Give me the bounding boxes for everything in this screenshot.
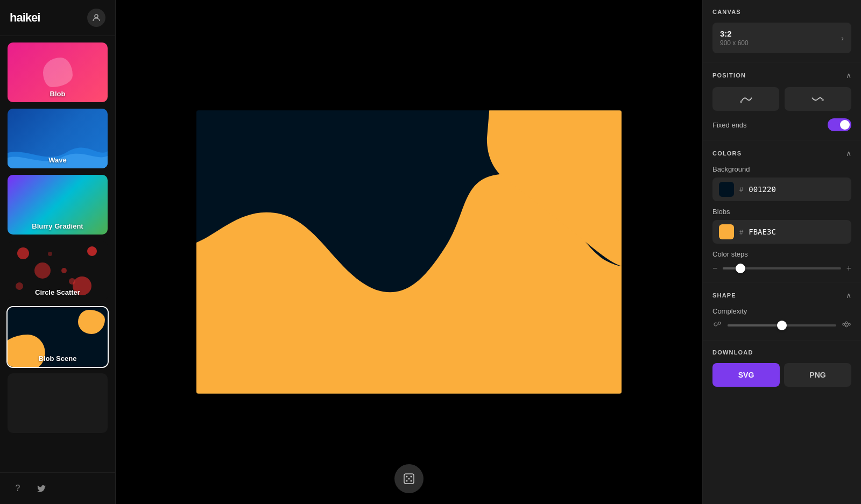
blobs-hash-symbol: # — [739, 228, 743, 236]
svg-point-5 — [406, 480, 408, 482]
sidebar-item-blurry-gradient[interactable]: Blurry Gradient — [6, 174, 109, 236]
shape-section: SHAPE ∧ Complexity — [703, 282, 861, 340]
slider-plus-icon[interactable]: + — [846, 264, 851, 273]
sidebar-item-blob[interactable]: Blob — [6, 41, 109, 103]
svg-point-9 — [822, 99, 824, 101]
card-last-preview — [8, 373, 108, 433]
canvas-ratio-selector[interactable]: 3:2 900 x 600 › — [712, 23, 851, 53]
position-chevron-icon: ∧ — [846, 71, 851, 80]
canvas-preview — [196, 110, 622, 394]
colors-chevron-icon: ∧ — [846, 149, 851, 158]
shape-section-header: SHAPE ∧ — [712, 291, 851, 300]
blobs-color-label: Blobs — [712, 208, 851, 216]
bg-hash-symbol: # — [739, 186, 743, 194]
background-color-swatch[interactable] — [719, 182, 734, 197]
card-label-blurry: Blurry Gradient — [8, 218, 108, 235]
blob-preview — [43, 58, 73, 87]
svg-point-6 — [411, 480, 412, 482]
svg-point-13 — [845, 322, 848, 324]
sidebar-items-list: Blob Wave Blurry Gradient — [0, 36, 115, 472]
toggle-knob — [840, 120, 850, 130]
shape-title: SHAPE — [712, 292, 736, 299]
color-steps-slider-row: − + — [712, 264, 851, 273]
color-steps-thumb[interactable] — [736, 264, 745, 273]
background-color-input[interactable] — [749, 185, 845, 194]
blobs-color-input[interactable] — [749, 228, 845, 236]
blobscene-blob — [78, 310, 105, 334]
position-section: POSITION ∧ Fixed ends — [703, 62, 861, 140]
canvas-dimensions: 900 x 600 — [720, 39, 749, 47]
sidebar: haikei Blob Wave — [0, 0, 116, 504]
color-steps-track[interactable] — [723, 267, 841, 269]
sidebar-item-more[interactable] — [6, 372, 109, 434]
fixed-ends-label: Fixed ends — [712, 121, 747, 129]
canvas-section: CANVAS 3:2 900 x 600 › — [703, 0, 861, 62]
complexity-high-icon — [842, 320, 851, 331]
position-left-icon — [738, 91, 753, 107]
app-logo: haikei — [10, 11, 40, 25]
complexity-slider-row — [712, 320, 851, 331]
fixed-ends-row: Fixed ends — [712, 118, 851, 131]
position-right-button[interactable] — [785, 87, 851, 111]
svg-point-11 — [718, 322, 721, 325]
avatar-button[interactable] — [87, 9, 105, 27]
card-label-blobscene: Blob Scene — [8, 350, 108, 367]
complexity-shape-high-svg — [842, 320, 851, 329]
complexity-fill — [728, 324, 782, 326]
color-steps-label: Color steps — [712, 250, 851, 258]
svg-point-12 — [843, 323, 845, 325]
svg-point-8 — [740, 101, 742, 103]
help-button[interactable]: ? — [10, 480, 26, 496]
complexity-shape-low-svg — [712, 320, 722, 329]
slider-minus-icon[interactable]: − — [712, 264, 717, 273]
download-buttons: SVG PNG — [712, 363, 851, 387]
scatter-dot — [17, 247, 29, 259]
right-panel: CANVAS 3:2 900 x 600 › POSITION ∧ — [702, 0, 861, 504]
svg-point-14 — [848, 323, 850, 325]
card-label-blob: Blob — [8, 86, 108, 102]
shape-chevron-icon: ∧ — [846, 291, 851, 300]
sidebar-header: haikei — [0, 0, 115, 36]
canvas-section-header: CANVAS — [712, 9, 851, 15]
svg-point-10 — [714, 323, 717, 326]
fixed-ends-toggle[interactable] — [828, 118, 851, 131]
complexity-low-icon — [712, 320, 722, 331]
position-buttons — [712, 87, 851, 111]
colors-section: COLORS ∧ Background # Blobs # Color step… — [703, 140, 861, 282]
download-title: DOWNLOAD — [712, 349, 753, 356]
download-section: DOWNLOAD SVG PNG — [703, 340, 861, 395]
complexity-thumb[interactable] — [777, 321, 787, 330]
twitter-button[interactable] — [33, 480, 50, 496]
complexity-track[interactable] — [728, 324, 836, 326]
blobs-color-swatch[interactable] — [719, 224, 734, 239]
svg-point-4 — [411, 476, 412, 478]
svg-point-3 — [406, 476, 408, 478]
download-png-button[interactable]: PNG — [784, 363, 851, 387]
dice-icon — [403, 472, 415, 485]
download-svg-button[interactable]: SVG — [712, 363, 780, 387]
main-canvas-area — [116, 0, 702, 504]
canvas-ratio-info: 3:2 900 x 600 — [720, 29, 749, 47]
sidebar-footer: ? — [0, 472, 115, 504]
complexity-label: Complexity — [712, 307, 851, 315]
canvas-title: CANVAS — [712, 9, 741, 15]
svg-point-0 — [95, 15, 98, 18]
position-left-button[interactable] — [712, 87, 779, 111]
svg-point-15 — [845, 325, 848, 327]
sidebar-item-wave[interactable]: Wave — [6, 108, 109, 169]
sidebar-item-blob-scene[interactable]: Blob Scene — [6, 306, 109, 368]
background-color-label: Background — [712, 165, 851, 173]
position-right-icon — [810, 91, 825, 107]
svg-point-7 — [408, 478, 410, 480]
canvas-ratio: 3:2 — [720, 29, 749, 38]
blobs-color-row[interactable]: # — [712, 220, 851, 244]
position-title: POSITION — [712, 72, 746, 79]
scatter-dot — [61, 268, 67, 273]
canvas-ratio-arrow-icon: › — [841, 34, 844, 42]
randomize-button[interactable] — [394, 464, 424, 493]
background-color-row[interactable]: # — [712, 178, 851, 201]
sidebar-item-circle-scatter[interactable]: Circle Scatter — [6, 240, 109, 302]
scatter-dot — [34, 262, 51, 279]
download-section-header: DOWNLOAD — [712, 349, 851, 356]
card-label-wave: Wave — [8, 152, 108, 168]
